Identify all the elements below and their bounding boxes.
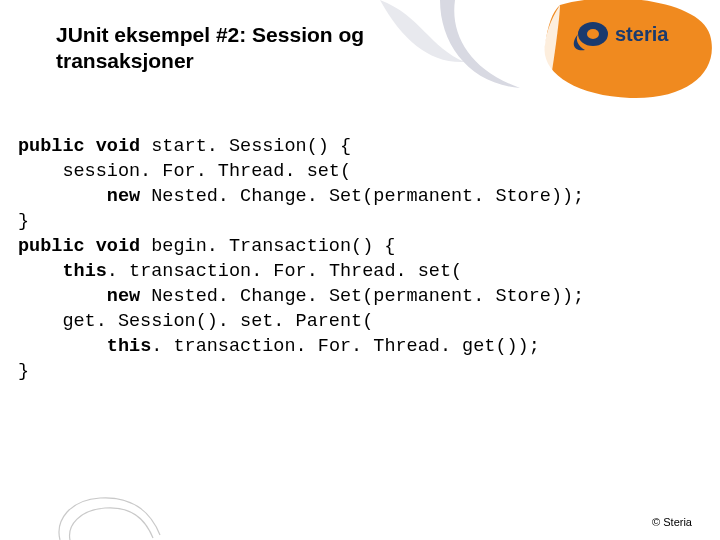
- code-line: this. transaction. For. Thread. get());: [18, 335, 702, 360]
- brand-logo: steria: [570, 14, 690, 94]
- slide-title: JUnit eksempel #2: Session og transaksjo…: [56, 22, 426, 75]
- code-line: session. For. Thread. set(: [18, 160, 702, 185]
- code-keyword: public void: [18, 136, 151, 157]
- slide-header: JUnit eksempel #2: Session og transaksjo…: [0, 0, 720, 115]
- code-line: }: [18, 210, 702, 235]
- code-line: new Nested. Change. Set(permanent. Store…: [18, 185, 702, 210]
- code-keyword: this: [107, 336, 151, 357]
- footer-decoration: [55, 490, 165, 540]
- code-line: new Nested. Change. Set(permanent. Store…: [18, 285, 702, 310]
- code-line: }: [18, 360, 702, 385]
- code-line: public void begin. Transaction() {: [18, 235, 702, 260]
- code-line: this. transaction. For. Thread. set(: [18, 260, 702, 285]
- code-line: public void start. Session() {: [18, 135, 702, 160]
- code-keyword: this: [62, 261, 106, 282]
- logo-text: steria: [615, 23, 669, 45]
- code-line: get. Session(). set. Parent(: [18, 310, 702, 335]
- svg-point-2: [587, 29, 599, 39]
- code-keyword: new: [107, 286, 151, 307]
- code-keyword: new: [107, 186, 151, 207]
- copyright-footer: © Steria: [652, 516, 692, 528]
- code-keyword: public void: [18, 236, 151, 257]
- code-block: public void start. Session() { session. …: [18, 135, 702, 385]
